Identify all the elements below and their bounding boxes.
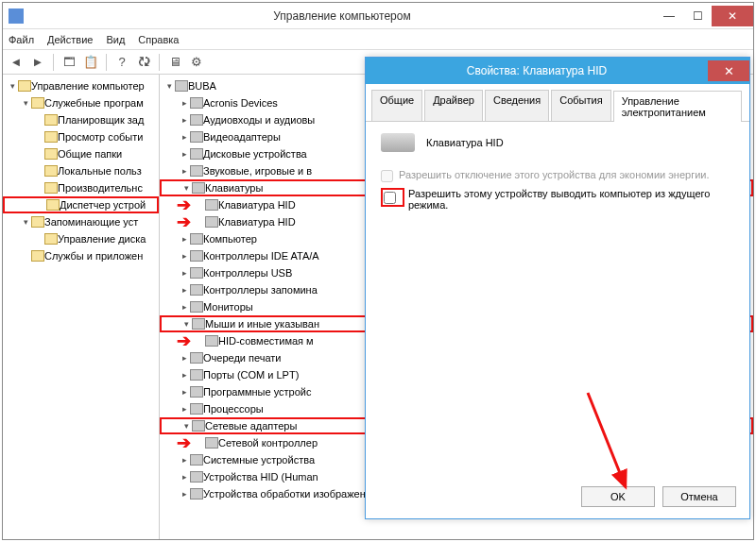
folder-icon — [31, 250, 44, 262]
close-button[interactable]: ✕ — [712, 6, 753, 26]
folder-icon — [44, 182, 58, 194]
properties-dialog: Свойства: Клавиатура HID ✕ Общие Драйвер… — [365, 57, 750, 519]
device-label: Acronis Devices — [203, 97, 278, 109]
device-icon — [205, 199, 218, 211]
expander-icon[interactable]: ▸ — [179, 353, 190, 363]
tree-label: Диспетчер устрой — [60, 199, 146, 211]
back-button[interactable]: ◄ — [7, 53, 26, 72]
device-icon — [190, 165, 203, 177]
refresh-button[interactable]: 🗘 — [134, 53, 153, 72]
expander-icon[interactable]: ▸ — [179, 115, 190, 125]
device-label: Сетевой контроллер — [218, 437, 318, 449]
tab-events[interactable]: События — [551, 90, 610, 121]
dialog-body: Клавиатура HID Разрешить отключение этог… — [366, 122, 749, 228]
device-label: BUBA — [188, 80, 216, 92]
properties-button[interactable]: ⚙ — [187, 53, 206, 72]
device-label: Устройства обработки изображений — [203, 488, 377, 500]
expander-icon[interactable]: ▾ — [20, 217, 31, 227]
device-label: Мыши и иные указыван — [205, 318, 319, 330]
device-icon — [190, 233, 203, 245]
expander-icon[interactable]: ▸ — [179, 455, 190, 465]
minimize-button[interactable]: — — [655, 6, 683, 26]
checkbox-allow-wake[interactable]: Разрешить этому устройству выводить комп… — [381, 188, 734, 211]
maximize-button[interactable]: ☐ — [683, 6, 712, 26]
folder-icon — [46, 199, 60, 211]
tree-item-2[interactable]: Службы и приложен — [3, 247, 159, 264]
tab-power-management[interactable]: Управление электропитанием — [613, 91, 742, 122]
tree-subitem-1-0[interactable]: Управление диска — [3, 230, 159, 247]
scan-button[interactable]: 🖥 — [165, 53, 184, 72]
device-label: Видеоадаптеры — [203, 131, 281, 143]
expander-icon[interactable]: ▸ — [179, 302, 190, 312]
expander-icon[interactable]: ▾ — [180, 319, 192, 329]
expander-icon[interactable]: ▸ — [179, 251, 190, 261]
list-button[interactable]: 📋 — [81, 53, 100, 72]
device-icon — [192, 318, 205, 330]
device-label: Клавиатура HID — [218, 199, 296, 211]
expander-icon[interactable]: ▸ — [179, 132, 190, 142]
folder-icon — [18, 80, 31, 92]
device-icon — [190, 114, 203, 126]
menu-help[interactable]: Справка — [138, 34, 179, 45]
expander-icon[interactable]: ▸ — [179, 166, 190, 176]
menu-file[interactable]: Файл — [9, 34, 34, 45]
folder-icon — [44, 148, 58, 160]
tab-general[interactable]: Общие — [371, 90, 422, 121]
dialog-title: Свойства: Клавиатура HID — [366, 64, 708, 77]
expander-icon[interactable]: ▾ — [20, 98, 31, 108]
tree-subitem-0-4[interactable]: Производительнс — [3, 179, 159, 196]
expander-icon[interactable]: ▸ — [179, 98, 190, 108]
ok-button[interactable]: OK — [581, 486, 655, 507]
folder-icon — [44, 233, 58, 245]
menu-view[interactable]: Вид — [106, 34, 125, 45]
device-icon — [190, 148, 203, 160]
expander-icon[interactable]: ▸ — [179, 472, 190, 482]
device-label: Компьютер — [203, 233, 257, 245]
device-header: Клавиатура HID — [381, 133, 734, 152]
tree-item-1[interactable]: ▾Запоминающие уст — [3, 213, 159, 230]
checkbox-allow-turnoff-input — [381, 170, 393, 182]
device-icon — [190, 386, 203, 398]
dialog-close-button[interactable]: ✕ — [708, 60, 749, 81]
annotation-arrow-ok — [583, 388, 640, 501]
device-icon — [190, 267, 203, 279]
tab-driver[interactable]: Драйвер — [424, 90, 483, 121]
folder-icon — [31, 97, 44, 109]
expander-icon[interactable]: ▾ — [7, 81, 18, 91]
tree-subitem-0-2[interactable]: Общие папки — [3, 145, 159, 162]
tab-details[interactable]: Сведения — [485, 90, 549, 121]
expander-icon[interactable]: ▸ — [179, 404, 190, 414]
folder-icon — [44, 114, 58, 126]
tree-root[interactable]: ▾Управление компьютер — [3, 77, 159, 94]
tree-subitem-0-3[interactable]: Локальные польз — [3, 162, 159, 179]
device-icon — [190, 352, 203, 364]
tree-subitem-0-1[interactable]: Просмотр событи — [3, 128, 159, 145]
expander-icon[interactable]: ▸ — [179, 489, 190, 499]
up-button[interactable]: 🗔 — [60, 53, 78, 72]
device-icon — [190, 369, 203, 381]
device-icon — [190, 131, 203, 143]
checkbox-allow-wake-input[interactable] — [384, 192, 396, 204]
tree-label: Управление компьютер — [31, 80, 145, 92]
help-button[interactable]: ? — [112, 53, 131, 72]
expander-icon[interactable]: ▸ — [179, 387, 190, 397]
expander-icon[interactable]: ▸ — [179, 234, 190, 244]
device-label: Контроллеры IDE ATA/A — [203, 250, 319, 262]
expander-icon[interactable]: ▸ — [179, 370, 190, 380]
tree-subitem-0-5[interactable]: Диспетчер устрой — [3, 196, 159, 213]
expander-icon[interactable]: ▸ — [179, 149, 190, 159]
menu-action[interactable]: Действие — [47, 34, 93, 45]
device-label: Звуковые, игровые и в — [203, 165, 312, 177]
dialog-titlebar: Свойства: Клавиатура HID ✕ — [366, 58, 749, 84]
expander-icon[interactable]: ▾ — [180, 183, 192, 193]
expander-icon[interactable]: ▾ — [180, 421, 192, 431]
expander-icon[interactable]: ▾ — [163, 81, 175, 91]
forward-button[interactable]: ► — [28, 53, 47, 72]
tree-item-0[interactable]: ▾Служебные програм — [3, 94, 159, 111]
tree-subitem-0-0[interactable]: Планировщик зад — [3, 111, 159, 128]
device-icon — [190, 97, 203, 109]
cancel-button[interactable]: Отмена — [662, 486, 736, 507]
expander-icon[interactable]: ▸ — [179, 268, 190, 278]
device-icon — [175, 80, 188, 92]
expander-icon[interactable]: ▸ — [179, 285, 190, 295]
